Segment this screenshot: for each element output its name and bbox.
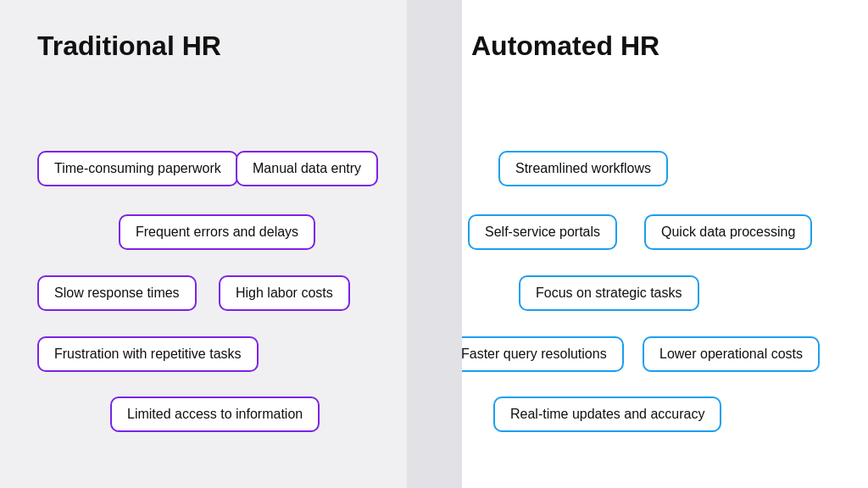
badge-self-service-portals: Self-service portals: [468, 214, 617, 250]
badge-focus-strategic-tasks: Focus on strategic tasks: [519, 275, 699, 311]
badge-real-time-updates: Real-time updates and accuracy: [493, 396, 721, 432]
badge-manual-data-entry: Manual data entry: [236, 151, 378, 186]
main-container: Traditional HR Automated HR Time-consumi…: [0, 0, 868, 488]
right-title: Automated HR: [471, 30, 659, 62]
left-title: Traditional HR: [37, 30, 221, 62]
badge-high-labor-costs: High labor costs: [219, 275, 350, 311]
badge-quick-data-processing: Quick data processing: [644, 214, 812, 250]
badge-slow-response-times: Slow response times: [37, 275, 197, 311]
badge-limited-access-information: Limited access to information: [110, 396, 320, 432]
badge-frequent-errors: Frequent errors and delays: [119, 214, 315, 250]
badge-streamlined-workflows: Streamlined workflows: [498, 151, 668, 186]
badge-frustration-repetitive-tasks: Frustration with repetitive tasks: [37, 336, 259, 372]
badge-faster-query-resolutions: Faster query resolutions: [444, 336, 624, 372]
badge-time-consuming-paperwork: Time-consuming paperwork: [37, 151, 238, 186]
badge-lower-operational-costs: Lower operational costs: [643, 336, 820, 372]
